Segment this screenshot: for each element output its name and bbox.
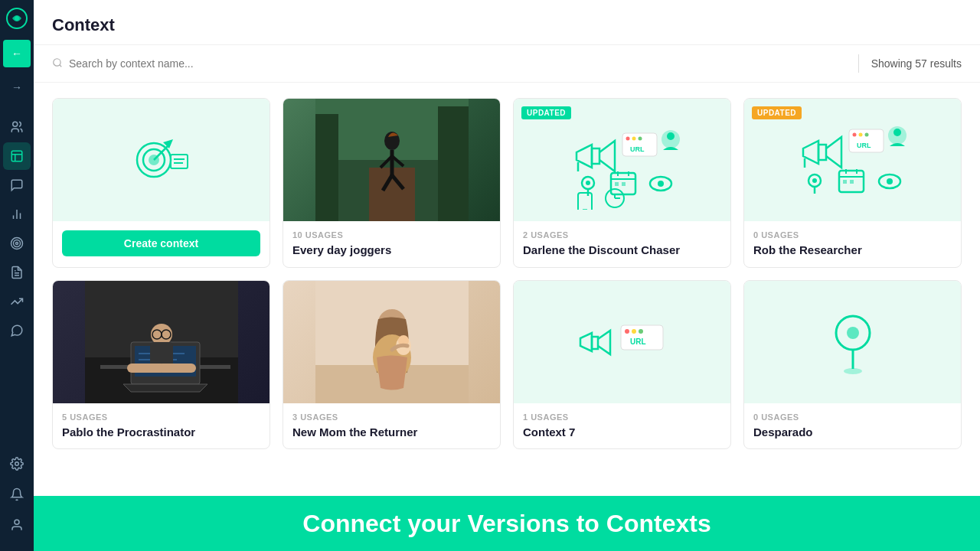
svg-marker-102 [580,333,592,351]
svg-point-13 [15,520,19,524]
svg-point-106 [632,329,636,334]
svg-point-41 [638,137,642,141]
svg-rect-62 [818,145,826,160]
svg-point-81 [887,178,893,184]
svg-rect-79 [850,180,854,184]
svg-point-66 [858,133,862,137]
card-body-7: 1 USAGES Context 7 [514,403,730,449]
card-body-rob: 0 USAGES Rob the Researcher [744,221,961,267]
card-pablo[interactable]: 5 USAGES Pablo the Procrastinator [52,280,270,450]
card-mother[interactable]: 3 USAGES New Mom the Returner [283,280,501,450]
card-rob[interactable]: URL [743,98,962,268]
create-card-body: Create context [53,221,270,266]
svg-point-44 [667,132,675,140]
svg-line-19 [154,145,169,160]
svg-rect-36 [592,148,599,164]
search-icon [52,57,63,70]
card-title-pablo: Pablo the Procrastinator [62,425,260,440]
results-count: Showing 57 results [871,57,962,70]
card-title-mother: New Mom the Returner [292,425,491,440]
card-desparado[interactable]: 0 USAGES Desparado [743,280,962,450]
app-logo[interactable] [5,6,29,31]
svg-rect-56 [578,193,592,210]
card-body-mother: 3 USAGES New Mom the Returner [283,403,500,449]
card-title-rob: Rob the Researcher [753,243,952,258]
search-divider [858,54,859,73]
card-image-jogger [283,99,500,221]
svg-point-112 [844,368,862,374]
sidebar-bottom [3,450,31,545]
svg-point-14 [54,58,60,65]
card-badge-darlene: UPDATED [521,106,571,119]
card-usages-desparado: 0 USAGES [753,412,952,422]
bottom-banner: Connect your Versions to Contexts [34,496,980,551]
sidebar-nav [0,113,34,344]
sidebar-item-profile[interactable] [3,511,31,539]
svg-text:URL: URL [630,337,646,346]
sidebar: ← → [0,0,34,551]
svg-point-39 [626,137,629,141]
card-7[interactable]: URL 1 USAGES Context 7 [513,280,731,450]
svg-point-46 [586,181,590,185]
card-every-day-joggers[interactable]: 10 USAGES Every day joggers [283,98,501,268]
svg-point-2 [13,122,18,126]
sidebar-item-settings[interactable] [3,450,31,478]
sidebar-item-messages[interactable] [3,317,31,344]
create-card-image [53,99,270,221]
search-wrapper [52,57,846,70]
create-context-button[interactable]: Create context [62,230,260,256]
sidebar-item-trends[interactable] [3,288,31,315]
page-title: Context [52,15,962,35]
card-usages-pablo: 5 USAGES [62,412,260,422]
svg-rect-78 [843,180,847,184]
sidebar-item-notifications[interactable] [3,481,31,508]
card-image-desparado [744,281,961,403]
svg-point-40 [632,137,635,141]
svg-point-8 [14,240,21,247]
card-usages-darlene: 2 USAGES [523,230,721,240]
card-body-darlene: 2 USAGES Darlene the Discount Chaser [514,221,730,267]
svg-point-70 [893,129,901,136]
svg-point-107 [639,329,643,334]
svg-rect-103 [592,337,598,349]
svg-rect-92 [158,364,196,373]
svg-rect-28 [438,106,469,221]
card-image-7: URL [514,281,730,403]
cards-grid: Create context [52,98,962,449]
page-header: Context [34,0,980,45]
card-darlene[interactable]: URL [513,98,731,268]
grid-container: Create context [34,83,980,551]
sidebar-item-audience[interactable] [3,113,31,141]
sidebar-item-chat[interactable] [3,171,31,199]
card-usages-joggers: 10 USAGES [292,230,491,240]
card-badge-rob: UPDATED [752,106,802,119]
svg-rect-3 [11,151,22,161]
sidebar-item-context[interactable] [3,142,31,170]
card-image-mother [283,281,500,403]
svg-point-9 [16,243,18,245]
main-content: Context Showing 57 results [34,0,980,551]
svg-rect-27 [315,114,338,221]
card-body-joggers: 10 USAGES Every day joggers [283,221,500,267]
forward-button[interactable]: → [3,73,31,101]
svg-point-110 [847,327,859,339]
bottom-banner-text: Connect your Versions to Contexts [302,510,710,538]
svg-text:URL: URL [630,145,645,153]
search-bar: Showing 57 results [34,45,980,83]
card-body-desparado: 0 USAGES Desparado [744,403,961,449]
back-button[interactable]: ← [3,40,31,67]
sidebar-item-reports[interactable] [3,259,31,286]
card-usages-rob: 0 USAGES [753,230,952,240]
svg-point-67 [864,133,868,137]
sidebar-item-goals[interactable] [3,230,31,257]
svg-point-72 [812,178,817,183]
search-input[interactable] [69,57,846,70]
card-usages-7: 1 USAGES [523,412,721,422]
create-context-card[interactable]: Create context [52,98,270,268]
svg-line-15 [60,64,62,67]
card-title-desparado: Desparado [753,425,952,440]
card-title-joggers: Every day joggers [292,243,491,258]
sidebar-item-analytics[interactable] [3,201,31,228]
svg-rect-21 [171,155,188,168]
card-usages-mother: 3 USAGES [292,412,491,422]
